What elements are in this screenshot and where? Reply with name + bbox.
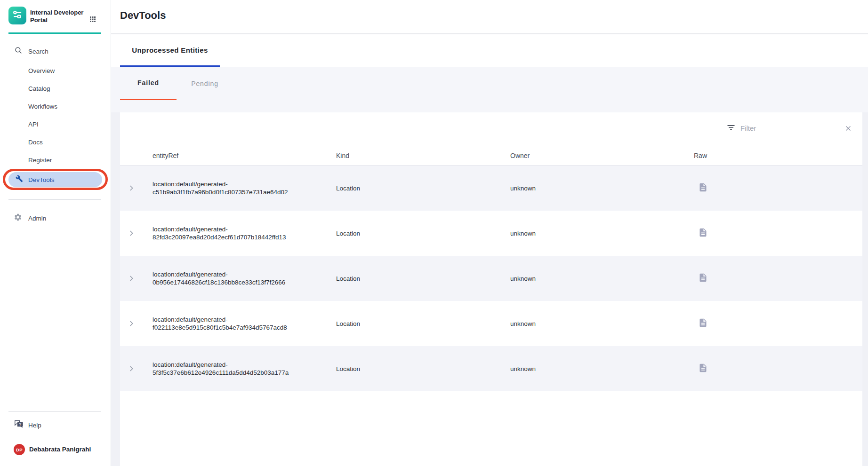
sidebar-item-admin[interactable]: Admin bbox=[14, 213, 46, 223]
cell-owner: unknown bbox=[500, 230, 684, 237]
column-header-kind: Kind bbox=[326, 152, 500, 159]
cell-kind: Location bbox=[326, 365, 500, 372]
document-icon[interactable] bbox=[698, 363, 708, 373]
sidebar-item-workflows[interactable]: Workflows bbox=[28, 102, 57, 111]
sidebar-item-devtools[interactable]: DevTools bbox=[8, 172, 102, 187]
sidebar-item-help[interactable]: ? Help bbox=[14, 419, 41, 431]
app-logo bbox=[8, 7, 26, 24]
document-icon[interactable] bbox=[698, 228, 708, 237]
sidebar-item-catalog[interactable]: Catalog bbox=[28, 84, 50, 94]
cell-entityref: location:default/generated-f022113e8e5d9… bbox=[143, 316, 316, 332]
chevron-right-icon[interactable] bbox=[127, 274, 136, 283]
sidebar-item-label: Help bbox=[28, 422, 41, 429]
sidebar: Internal Developer Portal Search Overvie… bbox=[0, 0, 111, 466]
svg-text:?: ? bbox=[19, 422, 21, 427]
cell-entityref: location:default/generated-c51b9ab3f1fb7… bbox=[143, 180, 316, 196]
search-icon bbox=[14, 46, 23, 56]
chevron-right-icon[interactable] bbox=[127, 319, 136, 328]
column-header-owner: Owner bbox=[500, 152, 684, 159]
cell-entityref: location:default/generated-82fd3c20097ea… bbox=[143, 225, 316, 241]
table-row: location:default/generated-0b956e1744682… bbox=[120, 256, 862, 301]
table-row: location:default/generated-82fd3c20097ea… bbox=[120, 211, 862, 256]
page-header: DevTools bbox=[111, 0, 868, 34]
app-window: Internal Developer Portal Search Overvie… bbox=[0, 0, 868, 466]
sidebar-item-api[interactable]: API bbox=[28, 120, 39, 129]
wrench-icon bbox=[16, 175, 23, 184]
tab-panel-band: Failed Pending bbox=[111, 67, 868, 112]
brand-divider bbox=[8, 32, 101, 34]
tab-pending[interactable]: Pending bbox=[177, 67, 233, 100]
cell-entityref: location:default/generated-5f3f5c37e6b61… bbox=[143, 361, 316, 377]
page-title: DevTools bbox=[120, 9, 166, 22]
column-header-raw: Raw bbox=[684, 152, 862, 159]
sidebar-item-label: Admin bbox=[28, 215, 46, 222]
chevron-right-icon[interactable] bbox=[127, 184, 136, 192]
document-icon[interactable] bbox=[698, 318, 708, 328]
document-icon[interactable] bbox=[698, 182, 708, 192]
close-icon[interactable] bbox=[844, 124, 852, 133]
table-row: location:default/generated-5f3f5c37e6b61… bbox=[120, 346, 862, 391]
column-header-entityref: entityRef bbox=[143, 152, 326, 159]
avatar[interactable]: DP bbox=[14, 444, 25, 455]
filter-field bbox=[725, 120, 853, 138]
cell-kind: Location bbox=[326, 185, 500, 192]
pipeline-icon bbox=[11, 8, 24, 23]
cell-kind: Location bbox=[326, 320, 500, 327]
gear-icon bbox=[14, 213, 22, 223]
main-content: DevTools Unprocessed Entities Failed Pen… bbox=[111, 0, 868, 466]
secondary-tabbar: Failed Pending bbox=[120, 67, 233, 100]
chevron-right-icon[interactable] bbox=[127, 229, 136, 237]
tab-unprocessed-entities[interactable]: Unprocessed Entities bbox=[120, 34, 220, 67]
sidebar-item-search[interactable]: Search bbox=[14, 46, 48, 56]
document-icon[interactable] bbox=[698, 273, 708, 283]
sidebar-item-label: DevTools bbox=[28, 176, 55, 183]
sidebar-item-overview[interactable]: Overview bbox=[28, 66, 55, 76]
table-row: location:default/generated-c51b9ab3f1fb7… bbox=[120, 166, 862, 211]
filter-input[interactable] bbox=[739, 124, 840, 133]
cell-owner: unknown bbox=[500, 185, 684, 192]
cell-kind: Location bbox=[326, 230, 500, 237]
sidebar-item-docs[interactable]: Docs bbox=[28, 138, 43, 147]
table-row: location:default/generated-f022113e8e5d9… bbox=[120, 301, 862, 346]
sidebar-item-register[interactable]: Register bbox=[28, 156, 52, 165]
chevron-right-icon[interactable] bbox=[127, 364, 136, 373]
apps-grid-icon[interactable] bbox=[88, 15, 97, 24]
table-header: entityRef Kind Owner Raw bbox=[120, 138, 862, 166]
help-chat-icon: ? bbox=[14, 419, 24, 431]
cell-owner: unknown bbox=[500, 275, 684, 282]
app-title: Internal Developer Portal bbox=[30, 9, 88, 24]
cell-kind: Location bbox=[326, 275, 500, 282]
sidebar-divider bbox=[8, 411, 101, 412]
tab-failed[interactable]: Failed bbox=[120, 67, 177, 100]
cell-owner: unknown bbox=[500, 365, 684, 372]
user-name[interactable]: Debabrata Panigrahi bbox=[29, 446, 91, 453]
entities-card: entityRef Kind Owner Raw location:defaul… bbox=[120, 112, 862, 466]
filter-list-icon bbox=[726, 123, 736, 134]
sidebar-item-label: Search bbox=[28, 48, 48, 55]
cell-entityref: location:default/generated-0b956e1744682… bbox=[143, 270, 316, 286]
primary-tabbar: Unprocessed Entities bbox=[111, 34, 868, 67]
table-body: location:default/generated-c51b9ab3f1fb7… bbox=[120, 166, 862, 466]
sidebar-divider bbox=[8, 199, 101, 200]
cell-owner: unknown bbox=[500, 320, 684, 327]
